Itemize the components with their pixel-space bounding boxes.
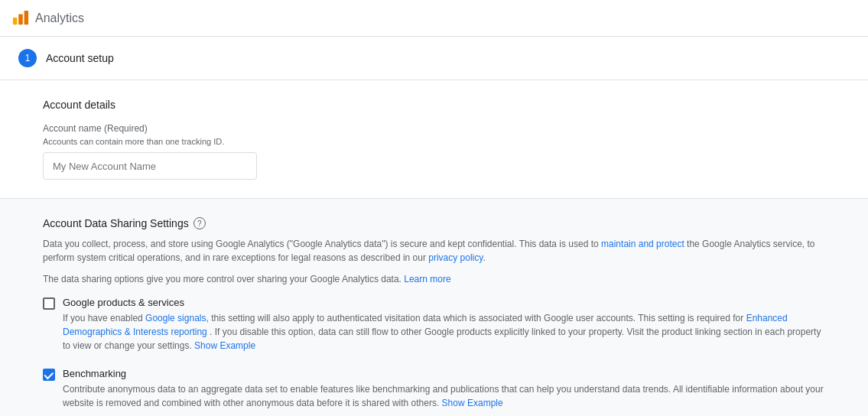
analytics-logo-icon — [12, 10, 29, 27]
main-content: 1 Account setup Account details Account … — [0, 37, 868, 416]
account-details-title: Account details — [43, 99, 825, 111]
privacy-policy-link[interactable]: privacy policy — [428, 252, 483, 263]
benchmarking-content: Benchmarking Contribute anonymous data t… — [63, 368, 825, 410]
step-label: Account setup — [46, 52, 114, 64]
benchmarking-checkbox[interactable] — [43, 369, 55, 381]
app-header: Analytics — [0, 0, 868, 37]
google-signals-link[interactable]: Google signals, — [145, 313, 209, 323]
google-products-desc: If you have enabled Google signals, this… — [63, 311, 825, 353]
sharing-note: The data sharing options give you more c… — [43, 274, 825, 284]
google-products-show-example-link[interactable]: Show Example — [194, 340, 255, 351]
checkbox-google-products: Google products & services If you have e… — [43, 297, 825, 353]
google-products-checkbox[interactable] — [43, 297, 55, 310]
maintain-protect-link[interactable]: maintain and protect — [601, 239, 684, 249]
step-header: 1 Account setup — [0, 37, 868, 80]
benchmarking-show-example-link[interactable]: Show Example — [442, 398, 503, 408]
account-details-section: Account details Account name (Required) … — [0, 80, 868, 199]
account-name-input[interactable] — [43, 152, 257, 180]
data-sharing-section: Account Data Sharing Settings ? Data you… — [0, 199, 868, 416]
svg-rect-1 — [18, 14, 23, 24]
google-products-title: Google products & services — [63, 297, 825, 308]
data-sharing-heading: Account Data Sharing Settings ? — [43, 217, 825, 229]
header-logo: Analytics — [12, 10, 84, 27]
svg-rect-2 — [24, 10, 29, 24]
app-title: Analytics — [35, 11, 84, 25]
info-icon[interactable]: ? — [193, 217, 206, 229]
google-products-content: Google products & services If you have e… — [63, 297, 825, 353]
account-name-label: Account name (Required) — [43, 123, 825, 134]
step-number: 1 — [18, 49, 37, 67]
svg-rect-0 — [13, 18, 18, 24]
benchmarking-title: Benchmarking — [63, 368, 825, 379]
data-sharing-description: Data you collect, process, and store usi… — [43, 237, 825, 265]
benchmarking-desc: Contribute anonymous data to an aggregat… — [63, 382, 825, 410]
account-name-hint: Accounts can contain more than one track… — [43, 137, 825, 146]
learn-more-link[interactable]: Learn more — [404, 274, 450, 284]
data-sharing-title: Account Data Sharing Settings — [43, 217, 189, 229]
checkbox-benchmarking: Benchmarking Contribute anonymous data t… — [43, 368, 825, 410]
